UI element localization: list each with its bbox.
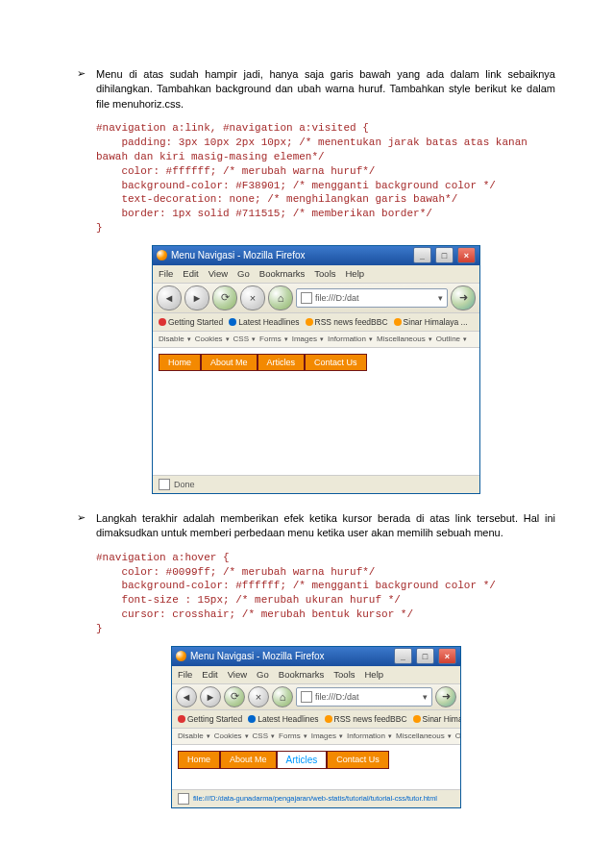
bullet-icon: ➢ [77,511,96,547]
dev-forms[interactable]: Forms [259,335,288,343]
page-content: Home About Me Articles Contact Us [172,745,460,789]
minimize-button[interactable]: _ [413,247,431,263]
status-icon [159,479,170,490]
window-title: Menu Navigasi - Mozilla Firefox [171,250,409,260]
page-icon [301,292,312,304]
menu-help[interactable]: Help [365,669,384,680]
dev-cookies[interactable]: Cookies [214,732,249,740]
back-button[interactable]: ◄ [176,686,197,707]
window-title: Menu Navigasi - Mozilla Firefox [190,651,390,661]
dev-images[interactable]: Images [311,732,343,740]
titlebar: Menu Navigasi - Mozilla Firefox _ □ × [153,246,479,265]
bookmark-sinar[interactable]: Sinar Himalaya ... [394,317,468,327]
maximize-button[interactable]: □ [435,247,454,263]
nav-contact[interactable]: Contact Us [327,751,389,769]
bookmark-sinar[interactable]: Sinar Himalaya ... [413,714,460,724]
home-button[interactable]: ⌂ [272,686,293,707]
firefox-window-2: Menu Navigasi - Mozilla Firefox _ □ × Fi… [171,646,461,808]
dev-disable[interactable]: Disable [178,732,210,740]
nav-about[interactable]: About Me [220,751,277,769]
menu-edit[interactable]: Edit [183,268,198,279]
dev-toolbar: Disable Cookies CSS Forms Images Informa… [172,729,460,745]
menu-file[interactable]: File [159,268,173,279]
forward-button[interactable]: ► [200,686,221,707]
url-bar[interactable]: file:///D:/dat ▾ [296,288,448,308]
dev-cookies[interactable]: Cookies [195,335,230,343]
menu-tools[interactable]: Tools [314,268,335,279]
nav-about[interactable]: About Me [201,354,257,371]
menu-edit[interactable]: Edit [202,669,217,680]
nav-menu: Home About Me Articles Contact Us [178,751,389,769]
bookmark-rss[interactable]: RSS news feedBBC [306,317,388,327]
dev-css[interactable]: CSS [233,335,256,343]
menu-go[interactable]: Go [257,669,269,680]
minimize-button[interactable]: _ [394,648,412,664]
dev-images[interactable]: Images [292,335,324,343]
status-icon [178,793,189,805]
nav-contact[interactable]: Contact Us [305,354,367,371]
menu-bookmarks[interactable]: Bookmarks [259,268,306,279]
maximize-button[interactable]: □ [416,648,434,664]
close-button[interactable]: × [438,648,456,664]
nav-menu: Home About Me Articles Contact Us [159,354,367,371]
bullet-icon: ➢ [77,67,96,117]
bookmark-getting-started[interactable]: Getting Started [178,714,242,724]
stop-button[interactable]: × [248,686,269,707]
url-text: file:///D:/dat [315,692,359,702]
page-content: Home About Me Articles Contact Us [153,348,479,475]
menu-bar: File Edit View Go Bookmarks Tools Help [153,265,479,284]
dev-disable[interactable]: Disable [159,335,191,343]
status-bar: Done [153,475,479,493]
stop-button[interactable]: × [240,285,265,310]
menu-view[interactable]: View [228,669,247,680]
go-button[interactable]: ➜ [451,285,476,310]
back-button[interactable]: ◄ [157,285,182,310]
page-icon [301,691,312,703]
menu-help[interactable]: Help [346,268,365,279]
firefox-icon [157,250,167,260]
go-button[interactable]: ➜ [435,686,456,707]
bookmarks-bar: Getting Started Latest Headlines RSS new… [153,313,479,332]
toolbar: ◄ ► ⟳ × ⌂ file:///D:/dat ▾ ➜ [172,684,460,710]
forward-button[interactable]: ► [184,285,209,310]
menu-bookmarks[interactable]: Bookmarks [279,669,325,680]
code-block-2: #navigation a:hover { color: #0099ff; /*… [96,551,555,636]
menu-tools[interactable]: Tools [333,669,355,680]
toolbar: ◄ ► ⟳ × ⌂ file:///D:/dat ▾ ➜ [153,284,479,313]
status-url: file:///D:/data-gunadarma/pengajaran/web… [193,794,437,803]
paragraph-1: Menu di atas sudah hampir jadi, hanya sa… [96,67,555,112]
bookmark-rss[interactable]: RSS news feedBBC [325,714,407,724]
menu-bar: File Edit View Go Bookmarks Tools Help [172,666,460,684]
status-text: Done [174,480,195,489]
home-button[interactable]: ⌂ [268,285,293,310]
dev-misc[interactable]: Miscellaneous [396,732,452,740]
firefox-icon [176,651,186,661]
url-text: file:///D:/dat [315,293,359,303]
bookmark-latest-headlines[interactable]: Latest Headlines [229,317,299,327]
dev-toolbar: Disable Cookies CSS Forms Images Informa… [153,332,479,348]
paragraph-2: Langkah terakhir adalah memberikan efek … [96,511,555,541]
dev-forms[interactable]: Forms [279,732,307,740]
menu-go[interactable]: Go [237,268,250,279]
menu-file[interactable]: File [178,669,192,680]
bookmark-getting-started[interactable]: Getting Started [159,317,223,327]
dev-outline[interactable]: Outline [436,335,467,343]
dev-misc[interactable]: Miscellaneous [377,335,432,343]
dev-css[interactable]: CSS [253,732,275,740]
nav-articles[interactable]: Articles [257,354,306,371]
nav-home[interactable]: Home [159,354,201,371]
firefox-window-1: Menu Navigasi - Mozilla Firefox _ □ × Fi… [152,245,480,494]
dev-info[interactable]: Information [328,335,373,343]
dev-outline[interactable]: Outline [455,732,460,740]
nav-articles-hover[interactable]: Articles [277,751,328,769]
bookmark-latest-headlines[interactable]: Latest Headlines [248,714,318,724]
code-block-1: #navigation a:link, #navigation a:visite… [96,121,555,236]
url-bar[interactable]: file:///D:/dat ▾ [296,687,432,707]
close-button[interactable]: × [457,247,476,263]
reload-button[interactable]: ⟳ [212,285,237,310]
titlebar: Menu Navigasi - Mozilla Firefox _ □ × [172,647,460,666]
nav-home[interactable]: Home [178,751,220,769]
menu-view[interactable]: View [208,268,228,279]
dev-info[interactable]: Information [347,732,392,740]
reload-button[interactable]: ⟳ [224,686,245,707]
